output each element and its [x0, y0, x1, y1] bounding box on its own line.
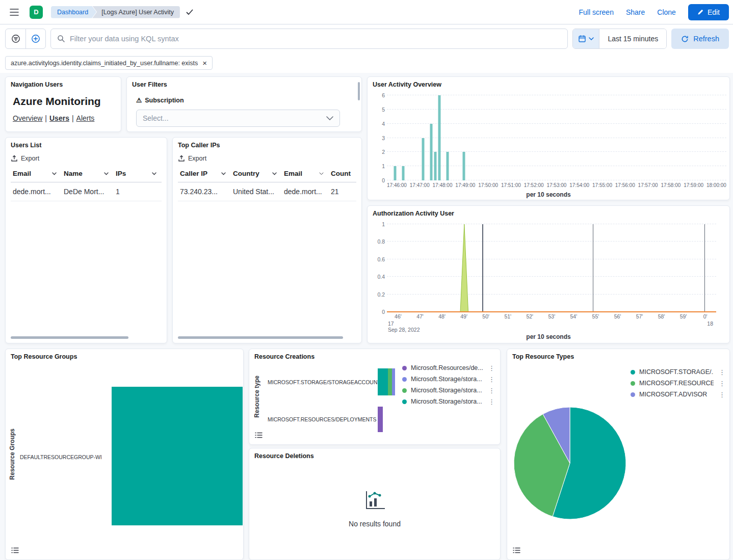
- panel-title[interactable]: User Filters: [127, 77, 361, 88]
- bar[interactable]: [402, 166, 404, 180]
- cell-email: dede.mort...: [11, 182, 62, 201]
- vertical-scrollbar[interactable]: [358, 82, 360, 100]
- share-button[interactable]: Share: [626, 8, 645, 16]
- saved-query-filter-icon[interactable]: [6, 29, 25, 48]
- panel-user-filters: User Filters ⚠ Subscription Select...: [126, 76, 362, 132]
- sort-chevron-icon: [52, 172, 57, 175]
- breadcrumb-dashboard[interactable]: Dashboard: [51, 6, 96, 18]
- panel-title[interactable]: Resource Deletions: [249, 448, 500, 460]
- column-header-email[interactable]: Email: [282, 165, 329, 182]
- column-header-email[interactable]: Email: [11, 165, 62, 182]
- export-button[interactable]: Export: [178, 155, 206, 162]
- bar[interactable]: [112, 387, 243, 525]
- bar[interactable]: [394, 166, 396, 180]
- stacked-bar[interactable]: [378, 368, 395, 395]
- column-header-name[interactable]: Name: [62, 165, 114, 182]
- bar[interactable]: [430, 124, 433, 180]
- export-icon: [178, 155, 185, 162]
- x-tick-label: 17:49:00: [455, 182, 475, 188]
- markdown-links: Overview|Users|Alerts: [13, 114, 116, 122]
- no-results-text: No results found: [349, 520, 401, 528]
- kibana-dashboard-page: D Dashboard [Logs Azure] User Activity F…: [0, 0, 733, 560]
- legend-item[interactable]: MICROSOFT.RESOURCE...⋮: [631, 378, 726, 389]
- subscription-select[interactable]: Select...: [136, 110, 340, 127]
- panel-title[interactable]: Top Resource Types: [507, 349, 729, 360]
- clone-button[interactable]: Clone: [657, 8, 676, 16]
- legend-toggle-icon[interactable]: [511, 545, 521, 555]
- column-header-count[interactable]: Count: [329, 165, 356, 182]
- filter-pill[interactable]: azure.activitylogs.identity.claims_initi…: [5, 56, 213, 70]
- x-tick-label: 17:54:00: [569, 182, 589, 188]
- legend-item[interactable]: Microsoft.Storage/stora...⋮: [402, 385, 496, 396]
- x-tick-label: 17:56:00: [615, 182, 635, 188]
- bar[interactable]: [446, 152, 449, 180]
- panel-title[interactable]: User Activity Overview: [368, 77, 729, 88]
- column-header-ips[interactable]: IPs: [114, 165, 162, 182]
- pie-chart[interactable]: [511, 405, 629, 522]
- bar-segment: [388, 368, 392, 395]
- legend-toggle-icon[interactable]: [253, 430, 264, 440]
- space-avatar[interactable]: D: [30, 6, 43, 19]
- panel-title[interactable]: Users List: [6, 138, 167, 149]
- menu-icon[interactable]: [7, 5, 21, 19]
- area-chart-plot[interactable]: [387, 224, 716, 312]
- remove-filter-icon[interactable]: ×: [202, 59, 207, 67]
- legend-actions-icon[interactable]: ⋮: [487, 387, 496, 394]
- x-tick-label: 51': [504, 313, 511, 319]
- nav-link-users[interactable]: Users: [49, 114, 69, 122]
- panel-title[interactable]: Authorization Activity User: [368, 206, 729, 217]
- bar-chart-plot[interactable]: [387, 95, 726, 180]
- header-actions: Full screen Share Clone: [579, 8, 675, 16]
- time-range-button[interactable]: Last 15 minutes: [599, 29, 666, 48]
- y-axis-title: Resource type: [253, 376, 260, 418]
- legend-actions-icon[interactable]: ⋮: [718, 380, 726, 387]
- legend-actions-icon[interactable]: ⋮: [487, 376, 496, 383]
- panel-authorization-activity: Authorization Activity User 00.20.40.60.…: [367, 205, 730, 343]
- top-header: D Dashboard [Logs Azure] User Activity F…: [0, 0, 733, 24]
- panel-title[interactable]: Navigation Users: [6, 77, 121, 88]
- stacked-bar[interactable]: [378, 407, 383, 432]
- x-tick-label: 53': [548, 313, 555, 319]
- y-axis-labels: 00.20.40.60.81: [371, 224, 385, 312]
- edit-button[interactable]: Edit: [688, 4, 729, 20]
- horizontal-scrollbar[interactable]: [178, 336, 343, 339]
- category-label: MICROSOFT.STORAGE/STORAGEACCOUNTS: [268, 379, 378, 385]
- filter-pill-label: azure.activitylogs.identity.claims_initi…: [11, 60, 198, 67]
- bar-chart-plot[interactable]: [112, 387, 243, 525]
- warning-icon: ⚠: [136, 96, 142, 104]
- calendar-icon[interactable]: [573, 29, 599, 48]
- legend-actions-icon[interactable]: ⋮: [718, 391, 726, 398]
- panel-title[interactable]: Top Resource Groups: [6, 349, 243, 360]
- empty-state: No results found: [249, 459, 500, 559]
- kql-search-input[interactable]: [70, 35, 561, 43]
- x-tick-label: 50': [482, 313, 489, 319]
- bar[interactable]: [438, 95, 441, 180]
- legend-actions-icon[interactable]: ⋮: [487, 398, 496, 406]
- y-axis-title: Resource Groups: [9, 429, 16, 480]
- legend-actions-icon[interactable]: ⋮: [718, 368, 726, 376]
- panel-title[interactable]: Top Caller IPs: [173, 138, 361, 149]
- legend-item[interactable]: Microsoft.Storage/stora...⋮: [402, 374, 496, 385]
- column-header-country[interactable]: Country: [231, 165, 282, 182]
- legend-item[interactable]: Microsoft.Resources/de...⋮: [402, 362, 496, 374]
- add-filter-icon[interactable]: [25, 29, 45, 48]
- annotation-line: [593, 224, 594, 312]
- bar[interactable]: [462, 152, 465, 180]
- bar[interactable]: [434, 152, 437, 180]
- cell-ips: 1: [114, 182, 162, 201]
- nav-link-overview[interactable]: Overview: [13, 114, 42, 122]
- nav-link-alerts[interactable]: Alerts: [76, 114, 95, 122]
- legend-item[interactable]: MICROSOFT.STORAGE/...⋮: [631, 366, 726, 378]
- column-header-caller-ip[interactable]: Caller IP: [178, 165, 231, 182]
- horizontal-scrollbar[interactable]: [11, 336, 128, 339]
- legend-toggle-icon[interactable]: [10, 545, 20, 555]
- legend-item[interactable]: MICROSOFT.ADVISOR⋮: [631, 389, 726, 400]
- refresh-button[interactable]: Refresh: [671, 29, 729, 49]
- legend-actions-icon[interactable]: ⋮: [487, 364, 496, 372]
- panel-title[interactable]: Resource Creations: [249, 349, 500, 360]
- export-button[interactable]: Export: [11, 155, 39, 162]
- query-bar: Last 15 minutes Refresh: [0, 24, 733, 53]
- bar[interactable]: [422, 138, 425, 181]
- legend-item[interactable]: Microsoft.Storage/stora...⋮: [402, 396, 496, 407]
- full-screen-button[interactable]: Full screen: [579, 8, 613, 16]
